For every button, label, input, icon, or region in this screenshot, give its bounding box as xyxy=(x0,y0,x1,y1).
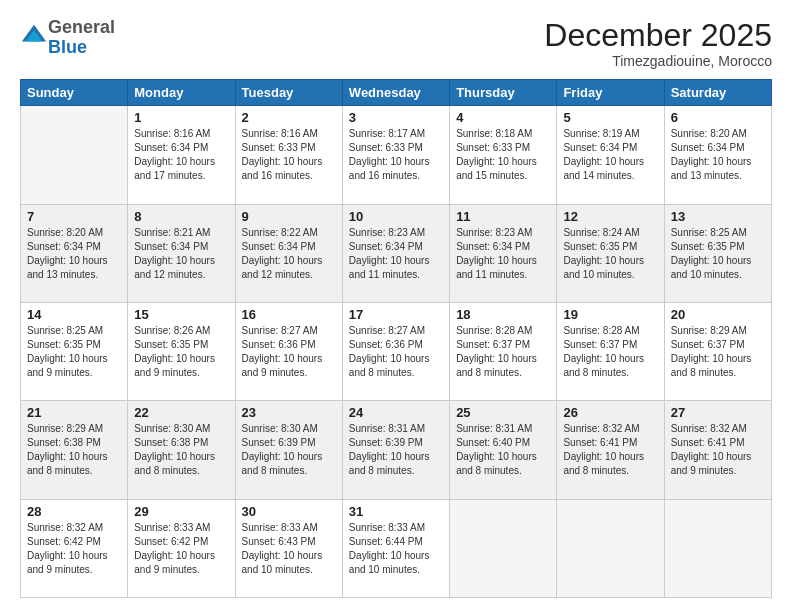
table-row: 6Sunrise: 8:20 AM Sunset: 6:34 PM Daylig… xyxy=(664,106,771,204)
day-number: 9 xyxy=(242,209,336,224)
day-number: 31 xyxy=(349,504,443,519)
day-number: 13 xyxy=(671,209,765,224)
table-row: 2Sunrise: 8:16 AM Sunset: 6:33 PM Daylig… xyxy=(235,106,342,204)
header-saturday: Saturday xyxy=(664,80,771,106)
day-info: Sunrise: 8:25 AM Sunset: 6:35 PM Dayligh… xyxy=(27,324,121,380)
day-number: 22 xyxy=(134,405,228,420)
logo-icon xyxy=(20,21,48,49)
logo: General Blue xyxy=(20,18,115,58)
day-number: 3 xyxy=(349,110,443,125)
calendar-week-row: 14Sunrise: 8:25 AM Sunset: 6:35 PM Dayli… xyxy=(21,302,772,400)
day-number: 20 xyxy=(671,307,765,322)
day-number: 24 xyxy=(349,405,443,420)
day-info: Sunrise: 8:25 AM Sunset: 6:35 PM Dayligh… xyxy=(671,226,765,282)
day-info: Sunrise: 8:29 AM Sunset: 6:37 PM Dayligh… xyxy=(671,324,765,380)
day-number: 28 xyxy=(27,504,121,519)
table-row: 20Sunrise: 8:29 AM Sunset: 6:37 PM Dayli… xyxy=(664,302,771,400)
header-monday: Monday xyxy=(128,80,235,106)
day-number: 8 xyxy=(134,209,228,224)
day-info: Sunrise: 8:19 AM Sunset: 6:34 PM Dayligh… xyxy=(563,127,657,183)
day-info: Sunrise: 8:30 AM Sunset: 6:38 PM Dayligh… xyxy=(134,422,228,478)
table-row: 1Sunrise: 8:16 AM Sunset: 6:34 PM Daylig… xyxy=(128,106,235,204)
table-row: 31Sunrise: 8:33 AM Sunset: 6:44 PM Dayli… xyxy=(342,499,449,597)
month-title: December 2025 xyxy=(544,18,772,53)
day-info: Sunrise: 8:24 AM Sunset: 6:35 PM Dayligh… xyxy=(563,226,657,282)
day-info: Sunrise: 8:26 AM Sunset: 6:35 PM Dayligh… xyxy=(134,324,228,380)
day-info: Sunrise: 8:32 AM Sunset: 6:41 PM Dayligh… xyxy=(563,422,657,478)
header: General Blue December 2025 Timezgadiouin… xyxy=(20,18,772,69)
table-row: 28Sunrise: 8:32 AM Sunset: 6:42 PM Dayli… xyxy=(21,499,128,597)
day-number: 6 xyxy=(671,110,765,125)
day-number: 5 xyxy=(563,110,657,125)
table-row: 21Sunrise: 8:29 AM Sunset: 6:38 PM Dayli… xyxy=(21,401,128,499)
day-info: Sunrise: 8:16 AM Sunset: 6:34 PM Dayligh… xyxy=(134,127,228,183)
table-row xyxy=(21,106,128,204)
calendar-table: Sunday Monday Tuesday Wednesday Thursday… xyxy=(20,79,772,598)
table-row: 11Sunrise: 8:23 AM Sunset: 6:34 PM Dayli… xyxy=(450,204,557,302)
table-row: 17Sunrise: 8:27 AM Sunset: 6:36 PM Dayli… xyxy=(342,302,449,400)
table-row: 23Sunrise: 8:30 AM Sunset: 6:39 PM Dayli… xyxy=(235,401,342,499)
table-row xyxy=(664,499,771,597)
day-number: 1 xyxy=(134,110,228,125)
day-info: Sunrise: 8:33 AM Sunset: 6:44 PM Dayligh… xyxy=(349,521,443,577)
day-info: Sunrise: 8:23 AM Sunset: 6:34 PM Dayligh… xyxy=(456,226,550,282)
day-number: 2 xyxy=(242,110,336,125)
header-thursday: Thursday xyxy=(450,80,557,106)
day-number: 16 xyxy=(242,307,336,322)
table-row: 18Sunrise: 8:28 AM Sunset: 6:37 PM Dayli… xyxy=(450,302,557,400)
day-info: Sunrise: 8:16 AM Sunset: 6:33 PM Dayligh… xyxy=(242,127,336,183)
day-number: 30 xyxy=(242,504,336,519)
day-info: Sunrise: 8:21 AM Sunset: 6:34 PM Dayligh… xyxy=(134,226,228,282)
day-number: 26 xyxy=(563,405,657,420)
table-row: 5Sunrise: 8:19 AM Sunset: 6:34 PM Daylig… xyxy=(557,106,664,204)
day-info: Sunrise: 8:23 AM Sunset: 6:34 PM Dayligh… xyxy=(349,226,443,282)
table-row: 27Sunrise: 8:32 AM Sunset: 6:41 PM Dayli… xyxy=(664,401,771,499)
table-row xyxy=(557,499,664,597)
day-number: 12 xyxy=(563,209,657,224)
calendar-page: General Blue December 2025 Timezgadiouin… xyxy=(0,0,792,612)
day-info: Sunrise: 8:32 AM Sunset: 6:41 PM Dayligh… xyxy=(671,422,765,478)
table-row: 25Sunrise: 8:31 AM Sunset: 6:40 PM Dayli… xyxy=(450,401,557,499)
day-info: Sunrise: 8:20 AM Sunset: 6:34 PM Dayligh… xyxy=(671,127,765,183)
day-info: Sunrise: 8:33 AM Sunset: 6:43 PM Dayligh… xyxy=(242,521,336,577)
day-number: 29 xyxy=(134,504,228,519)
day-number: 7 xyxy=(27,209,121,224)
day-info: Sunrise: 8:27 AM Sunset: 6:36 PM Dayligh… xyxy=(349,324,443,380)
table-row: 10Sunrise: 8:23 AM Sunset: 6:34 PM Dayli… xyxy=(342,204,449,302)
table-row xyxy=(450,499,557,597)
table-row: 8Sunrise: 8:21 AM Sunset: 6:34 PM Daylig… xyxy=(128,204,235,302)
day-info: Sunrise: 8:28 AM Sunset: 6:37 PM Dayligh… xyxy=(456,324,550,380)
calendar-week-row: 28Sunrise: 8:32 AM Sunset: 6:42 PM Dayli… xyxy=(21,499,772,597)
calendar-week-row: 7Sunrise: 8:20 AM Sunset: 6:34 PM Daylig… xyxy=(21,204,772,302)
table-row: 4Sunrise: 8:18 AM Sunset: 6:33 PM Daylig… xyxy=(450,106,557,204)
logo-general: General xyxy=(48,17,115,37)
location-subtitle: Timezgadiouine, Morocco xyxy=(544,53,772,69)
header-sunday: Sunday xyxy=(21,80,128,106)
table-row: 14Sunrise: 8:25 AM Sunset: 6:35 PM Dayli… xyxy=(21,302,128,400)
table-row: 16Sunrise: 8:27 AM Sunset: 6:36 PM Dayli… xyxy=(235,302,342,400)
day-number: 19 xyxy=(563,307,657,322)
calendar-week-row: 21Sunrise: 8:29 AM Sunset: 6:38 PM Dayli… xyxy=(21,401,772,499)
day-info: Sunrise: 8:20 AM Sunset: 6:34 PM Dayligh… xyxy=(27,226,121,282)
day-number: 23 xyxy=(242,405,336,420)
day-number: 27 xyxy=(671,405,765,420)
day-number: 17 xyxy=(349,307,443,322)
table-row: 19Sunrise: 8:28 AM Sunset: 6:37 PM Dayli… xyxy=(557,302,664,400)
table-row: 24Sunrise: 8:31 AM Sunset: 6:39 PM Dayli… xyxy=(342,401,449,499)
table-row: 29Sunrise: 8:33 AM Sunset: 6:42 PM Dayli… xyxy=(128,499,235,597)
day-number: 18 xyxy=(456,307,550,322)
day-number: 14 xyxy=(27,307,121,322)
table-row: 26Sunrise: 8:32 AM Sunset: 6:41 PM Dayli… xyxy=(557,401,664,499)
day-number: 21 xyxy=(27,405,121,420)
day-info: Sunrise: 8:27 AM Sunset: 6:36 PM Dayligh… xyxy=(242,324,336,380)
day-number: 15 xyxy=(134,307,228,322)
logo-text: General Blue xyxy=(48,18,115,58)
day-info: Sunrise: 8:32 AM Sunset: 6:42 PM Dayligh… xyxy=(27,521,121,577)
day-number: 10 xyxy=(349,209,443,224)
title-block: December 2025 Timezgadiouine, Morocco xyxy=(544,18,772,69)
table-row: 30Sunrise: 8:33 AM Sunset: 6:43 PM Dayli… xyxy=(235,499,342,597)
table-row: 12Sunrise: 8:24 AM Sunset: 6:35 PM Dayli… xyxy=(557,204,664,302)
table-row: 3Sunrise: 8:17 AM Sunset: 6:33 PM Daylig… xyxy=(342,106,449,204)
day-info: Sunrise: 8:18 AM Sunset: 6:33 PM Dayligh… xyxy=(456,127,550,183)
table-row: 7Sunrise: 8:20 AM Sunset: 6:34 PM Daylig… xyxy=(21,204,128,302)
